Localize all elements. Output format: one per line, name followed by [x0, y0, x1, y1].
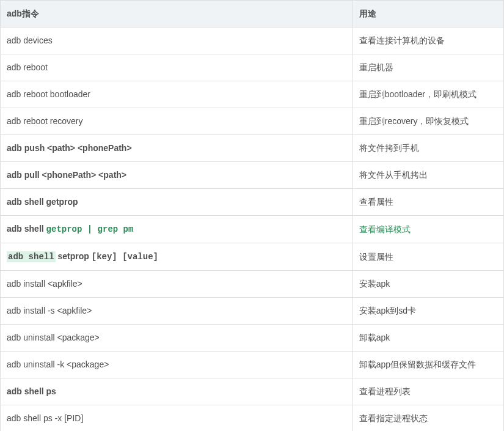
table-row: adb pull <phonePath> <path>将文件从手机拷出	[1, 162, 504, 189]
table-row: adb uninstall <package>卸载apk	[1, 325, 504, 352]
cell-command: adb shell getprop | grep pm	[1, 216, 353, 243]
cell-command: adb shell setprop [key] [value]	[1, 243, 353, 271]
cell-usage: 重启到recovery，即恢复模式	[352, 108, 503, 135]
cell-command: adb install <apkfile>	[1, 271, 353, 298]
table-row: adb uninstall -k <package>卸载app但保留数据和缓存文…	[1, 352, 504, 378]
cell-command: adb reboot bootloader	[1, 81, 353, 108]
table-row: adb shell getprop查看属性	[1, 189, 504, 216]
header-command: adb指令	[1, 1, 353, 28]
cell-command: adb pull <phonePath> <path>	[1, 162, 353, 189]
table-row: adb install <apkfile>安装apk	[1, 271, 504, 298]
cell-usage: 重启机器	[352, 54, 503, 81]
table-row: adb shell ps查看进程列表	[1, 378, 504, 405]
cell-usage: 查看指定进程状态	[352, 405, 503, 432]
cell-usage: 卸载app但保留数据和缓存文件	[352, 352, 503, 378]
header-usage: 用途	[352, 1, 503, 28]
cell-usage: 安装apk	[352, 271, 503, 298]
cell-usage: 设置属性	[352, 243, 503, 271]
cell-command: adb devices	[1, 28, 353, 54]
cell-usage: 将文件拷到手机	[352, 135, 503, 162]
cell-command: adb uninstall <package>	[1, 325, 353, 352]
cell-usage: 查看进程列表	[352, 378, 503, 405]
table-row: adb devices查看连接计算机的设备	[1, 28, 504, 54]
table-header-row: adb指令 用途	[1, 1, 504, 28]
adb-commands-table: adb指令 用途 adb devices查看连接计算机的设备adb reboot…	[0, 0, 504, 431]
table-row: adb install -s <apkfile>安装apk到sd卡	[1, 298, 504, 325]
cell-command: adb uninstall -k <package>	[1, 352, 353, 378]
cell-usage: 安装apk到sd卡	[352, 298, 503, 325]
cell-command: adb reboot	[1, 54, 353, 81]
cell-usage: 查看编译模式	[352, 216, 503, 243]
cell-command: adb shell ps -x [PID]	[1, 405, 353, 432]
table-row: adb reboot recovery重启到recovery，即恢复模式	[1, 108, 504, 135]
cell-command: adb install -s <apkfile>	[1, 298, 353, 325]
table-row: adb shell setprop [key] [value]设置属性	[1, 243, 504, 271]
cell-usage: 查看连接计算机的设备	[352, 28, 503, 54]
cell-command: adb push <path> <phonePath>	[1, 135, 353, 162]
cell-usage: 卸载apk	[352, 325, 503, 352]
cell-usage: 将文件从手机拷出	[352, 162, 503, 189]
table-row: adb reboot重启机器	[1, 54, 504, 81]
cell-command: adb shell getprop	[1, 189, 353, 216]
table-row: adb reboot bootloader重启到bootloader，即刷机模式	[1, 81, 504, 108]
table-row: adb shell ps -x [PID]查看指定进程状态	[1, 405, 504, 432]
table-row: adb push <path> <phonePath>将文件拷到手机	[1, 135, 504, 162]
cell-usage: 重启到bootloader，即刷机模式	[352, 81, 503, 108]
cell-command: adb reboot recovery	[1, 108, 353, 135]
table-row: adb shell getprop | grep pm查看编译模式	[1, 216, 504, 243]
cell-usage: 查看属性	[352, 189, 503, 216]
cell-command: adb shell ps	[1, 378, 353, 405]
